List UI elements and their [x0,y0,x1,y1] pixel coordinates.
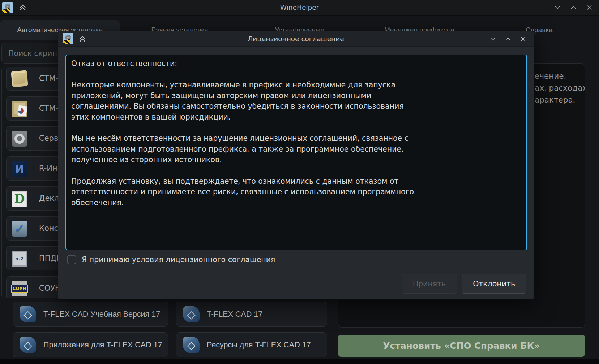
winehelper-window: WineHelper Автоматическая установка Ручн… [0,0,599,364]
tflex-logo-icon: ◇ [183,306,200,322]
monitor-icon: ч.2 [12,251,27,266]
maximize-button[interactable] [569,3,578,12]
window-title: WineHelper [0,0,599,15]
document-d-icon: D [12,191,27,207]
dialog-window-controls [488,31,528,47]
dialog-minimize-button[interactable] [488,34,497,44]
main-titlebar: WineHelper [0,0,599,16]
accept-terms-checkbox-row[interactable]: Я принимаю условия лицензионного соглаше… [67,255,275,264]
archive-stack-icon [11,70,28,87]
decline-button[interactable]: Отклонить [462,274,526,294]
chevron-up-icon [504,35,512,43]
frame-chart-icon [12,101,27,117]
tflex-logo-icon: ◇ [20,337,36,353]
accept-terms-label: Я принимаю условия лицензионного соглаше… [82,255,275,264]
tflex-cad-button[interactable]: ◇ T-FLEX CAD 17 [176,302,327,327]
minimize-button[interactable] [553,3,562,12]
accept-button[interactable]: Принять [402,274,457,294]
soun-plate-icon: СОУН [12,281,27,296]
tflex-resources-button[interactable]: ◇ Ресурсы для T-FLEX CAD 17 [176,332,327,357]
list-item-label: СОУН [39,277,61,298]
window-controls [553,0,594,15]
window-bottom-edge [0,359,599,364]
gray-ring-icon [12,131,27,147]
chevron-up-icon [569,4,577,12]
dialog-title: Лицензионное соглашение [58,31,534,47]
dialog-buttons: Принять Отклонить [402,274,526,294]
close-button[interactable] [585,3,594,12]
dialog-titlebar: Лицензионное соглашение [58,31,534,47]
close-icon [585,4,593,12]
tflex-apps-button[interactable]: ◇ Приложения для T-FLEX CAD 17 [13,332,168,357]
description-text: ечение, ах, расходах, арактера. [535,70,585,106]
license-agreement-dialog: Лицензионное соглашение Отказ от ответст… [58,31,534,300]
chevron-down-icon [553,4,561,12]
license-text-area[interactable]: Отказ от ответственности: Некоторые комп… [65,55,527,250]
dialog-maximize-button[interactable] [503,34,513,44]
accept-terms-checkbox[interactable] [67,255,76,264]
license-text: Отказ от ответственности: Некоторые комп… [71,58,521,208]
close-icon [519,35,527,43]
tflex-logo-icon: ◇ [183,337,200,353]
letter-i-icon: И [12,161,27,177]
monitor-check-icon: ✓ [12,221,27,237]
dialog-close-button[interactable] [518,34,528,44]
tflex-cad-edu-button[interactable]: ◇ T-FLEX CAD Учебная Версия 17 [13,302,168,327]
tflex-logo-icon: ◇ [20,306,36,322]
install-spo-spravki-bk-button[interactable]: Установить «СПО Справки БК» [338,335,585,357]
chevron-down-icon [489,35,497,43]
